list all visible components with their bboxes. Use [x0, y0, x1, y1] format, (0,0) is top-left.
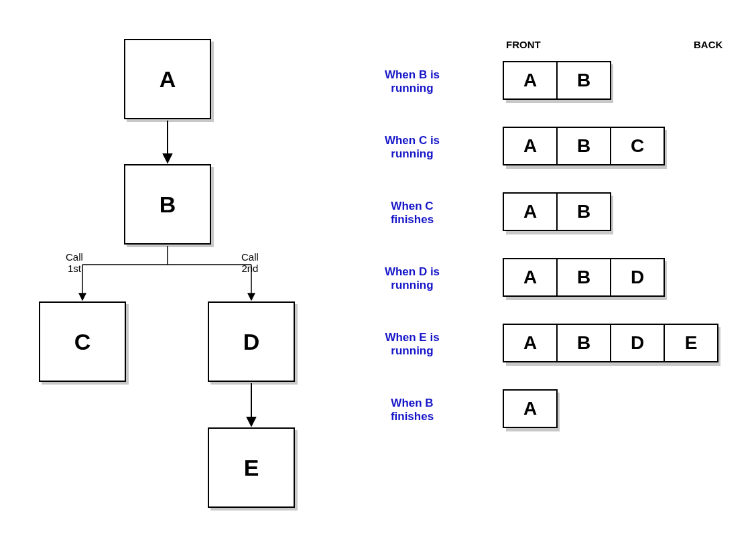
- state-label-0: When B is running: [365, 68, 459, 94]
- node-c-label: C: [74, 329, 91, 355]
- stack-cell-label: C: [631, 135, 644, 157]
- stack-cell-label: A: [523, 70, 537, 91]
- edge-label-call-second: Call 2nd: [241, 251, 259, 275]
- node-b: B: [124, 164, 211, 245]
- node-b-label: B: [160, 192, 176, 218]
- node-d: D: [208, 301, 295, 382]
- stack-cell: D: [610, 324, 665, 362]
- stack-cell: B: [556, 127, 611, 165]
- stack-cell: B: [556, 192, 611, 231]
- header-back: BACK: [694, 39, 722, 50]
- stack-cell: D: [610, 258, 665, 297]
- stack-cell-label: B: [577, 332, 590, 354]
- stack-cell-label: D: [631, 267, 644, 288]
- state-label-3: When D is running: [365, 265, 459, 291]
- stack-cell-label: B: [577, 135, 590, 157]
- node-a-label: A: [160, 66, 176, 92]
- stack-cell-label: A: [523, 267, 537, 288]
- node-c: C: [39, 301, 126, 382]
- header-front: FRONT: [506, 39, 541, 50]
- stack-cell-label: E: [685, 332, 698, 354]
- stack-cell: A: [503, 61, 558, 100]
- stack-cell-label: A: [523, 332, 537, 354]
- stack-cell-label: A: [523, 135, 537, 157]
- state-label-5: When B finishes: [365, 397, 459, 423]
- stack-cell: C: [610, 127, 665, 165]
- stack-cell-label: B: [577, 201, 590, 222]
- stack-cell-label: A: [523, 398, 537, 419]
- state-label-4: When E is running: [365, 331, 459, 357]
- node-e: E: [208, 427, 295, 508]
- state-label-1: When C is running: [365, 134, 459, 160]
- node-d-label: D: [243, 329, 260, 355]
- stack-cell: A: [503, 324, 558, 362]
- edge-label-call-first: Call 1st: [66, 251, 83, 275]
- stack-cell-label: B: [577, 70, 590, 91]
- stack-cell-label: A: [523, 201, 537, 222]
- stack-cell: B: [556, 324, 611, 362]
- stack-cell: B: [556, 61, 611, 100]
- state-label-2: When C finishes: [365, 200, 459, 226]
- stack-cell: A: [503, 127, 558, 165]
- stack-cell: B: [556, 258, 611, 297]
- node-e-label: E: [244, 455, 259, 481]
- stack-cell-label: D: [631, 332, 644, 354]
- stack-cell: A: [503, 258, 558, 297]
- stack-cell: A: [503, 389, 558, 428]
- stack-cell: E: [664, 324, 718, 362]
- stack-cell-label: B: [577, 267, 590, 288]
- stack-cell: A: [503, 192, 558, 231]
- node-a: A: [124, 39, 211, 119]
